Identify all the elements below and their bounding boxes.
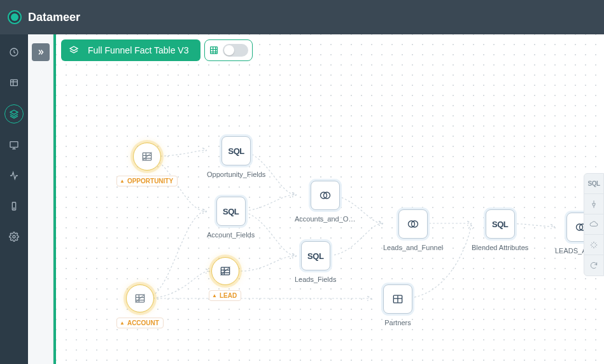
node-label: LEAD	[209, 290, 241, 301]
nav-table-icon[interactable]	[5, 74, 23, 92]
nav-layers-icon[interactable]	[4, 104, 24, 123]
nav-activity-icon[interactable]	[5, 167, 23, 185]
node-label: Opportunity_Fields	[207, 171, 265, 178]
view-toggle-pill[interactable]	[204, 39, 253, 61]
left-nav-rail	[0, 34, 28, 364]
project-title: Full Funnel Fact Table V3	[88, 45, 189, 55]
tool-sql[interactable]: SQL	[584, 174, 603, 194]
node-blended-attributes[interactable]: SQL Blended Attributes	[472, 209, 528, 251]
sql-node-icon[interactable]: SQL	[486, 209, 515, 239]
node-opportunity-fields[interactable]: SQL Opportunity_Fields	[207, 136, 265, 178]
node-label: OPPORTUNITY	[116, 176, 178, 186]
canvas-toolbar: Full Funnel Fact Table V3	[61, 39, 253, 61]
join-node-icon[interactable]	[398, 209, 428, 239]
node-label: Account_Fields	[207, 231, 255, 239]
tool-cloud-icon[interactable]	[584, 214, 603, 235]
node-lead-source[interactable]: LEAD	[209, 257, 241, 301]
svg-rect-2	[10, 142, 18, 148]
node-account-fields[interactable]: SQL Account_Fields	[207, 197, 255, 239]
node-label: Leads_and_Funnel	[383, 244, 443, 251]
svg-line-8	[143, 152, 152, 160]
svg-line-10	[135, 294, 144, 302]
layers-icon	[69, 45, 79, 55]
node-partners[interactable]: Partners	[383, 284, 412, 326]
table-node-icon[interactable]	[383, 284, 412, 314]
brand-logo-icon	[8, 10, 22, 24]
node-label: ACCOUNT	[116, 318, 164, 328]
project-title-pill[interactable]: Full Funnel Fact Table V3	[61, 39, 200, 61]
node-accounts-and-o[interactable]: Accounts_and_O…	[295, 181, 355, 223]
node-label: Accounts_and_O…	[295, 215, 355, 223]
brand-name: Datameer	[28, 11, 80, 24]
join-node-icon[interactable]	[311, 181, 340, 210]
app-header: Datameer	[0, 0, 604, 34]
svg-point-5	[13, 235, 15, 238]
svg-line-12	[220, 267, 230, 275]
node-label: Blended Attributes	[472, 244, 528, 251]
canvas-tools-rail: SQL	[584, 173, 604, 276]
svg-point-4	[13, 208, 14, 209]
sql-node-icon[interactable]: SQL	[221, 136, 251, 165]
grid-icon	[209, 45, 219, 55]
tool-sparkle-icon[interactable]	[584, 235, 603, 255]
nav-history-icon[interactable]	[5, 43, 23, 61]
source-table-icon[interactable]	[126, 284, 154, 312]
source-table-icon[interactable]	[133, 143, 161, 171]
pipeline-canvas[interactable]: OPPORTUNITY ACCOUNT LEAD SQL Opportunity…	[56, 34, 604, 364]
view-mode-switch[interactable]	[223, 44, 248, 57]
expand-sidebar-button[interactable]	[32, 43, 50, 61]
node-leads-and-funnel[interactable]: Leads_and_Funnel	[383, 209, 443, 251]
sql-node-icon[interactable]: SQL	[216, 197, 246, 226]
nav-device-icon[interactable]	[5, 197, 23, 215]
node-leads-fields[interactable]: SQL Leads_Fields	[295, 241, 336, 283]
main-area: Full Funnel Fact Table V3	[53, 34, 604, 364]
node-label: Leads_Fields	[295, 276, 336, 283]
tool-refresh-icon[interactable]	[584, 255, 603, 276]
node-label: Partners	[384, 319, 411, 326]
nav-monitor-icon[interactable]	[5, 136, 23, 154]
svg-rect-1	[11, 80, 18, 85]
node-account-source[interactable]: ACCOUNT	[116, 284, 164, 328]
expand-column	[28, 34, 53, 364]
tool-pin-icon[interactable]	[584, 194, 603, 214]
node-opportunity-source[interactable]: OPPORTUNITY	[116, 143, 178, 186]
nav-settings-icon[interactable]	[5, 228, 23, 246]
sql-node-icon[interactable]: SQL	[301, 241, 330, 270]
svg-rect-6	[210, 47, 217, 54]
source-table-icon[interactable]	[211, 257, 239, 285]
